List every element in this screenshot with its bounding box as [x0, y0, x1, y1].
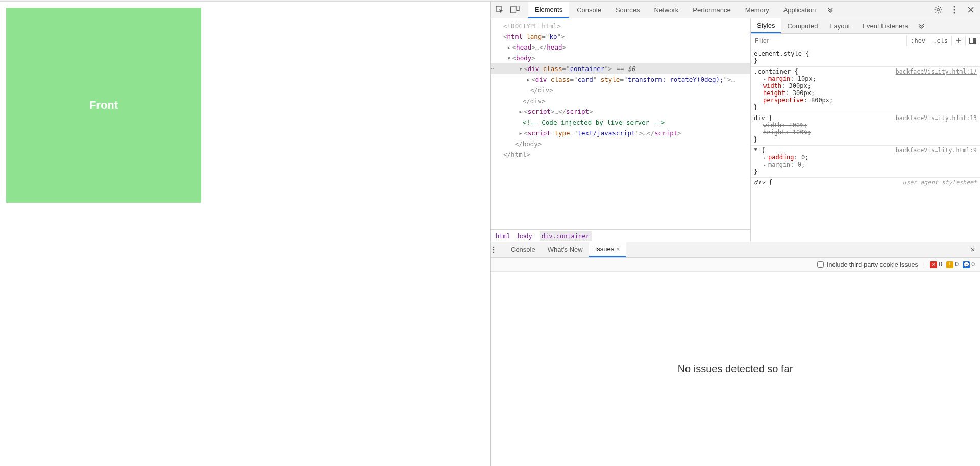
warning-count: ! 0	[946, 261, 959, 268]
svg-point-19	[493, 251, 495, 253]
tab-application[interactable]: Application	[777, 2, 823, 18]
svg-rect-16	[973, 38, 976, 43]
crumb-html[interactable]: html	[496, 232, 510, 240]
rule-source-link[interactable]: backfaceVis…ity.html:17	[896, 68, 977, 75]
devtools-tabbar: Elements Console Sources Network Perform…	[491, 2, 980, 18]
dom-tree[interactable]: <!DOCTYPE html> <html lang="ko"> ▸<head>…	[491, 18, 750, 229]
devtools-drawer: Console What's New Issues× × Include thi…	[491, 242, 980, 466]
error-count: ✕ 0	[930, 261, 942, 268]
kebab-menu-icon[interactable]	[947, 3, 962, 17]
settings-icon[interactable]	[931, 3, 945, 17]
card-container: Front	[6, 8, 201, 203]
svg-point-14	[954, 12, 955, 14]
third-party-label: Include third-party cookie issues	[827, 261, 918, 268]
issues-empty-state: No issues detected so far	[491, 272, 980, 466]
tab-network[interactable]: Network	[648, 2, 685, 18]
issues-toolbar: Include third-party cookie issues | ✕ 0 …	[491, 258, 980, 272]
ua-label: user agent stylesheet	[903, 179, 977, 186]
svg-line-9	[940, 12, 941, 13]
selected-node[interactable]: ▾<div class="container"> == $0	[491, 63, 750, 74]
styles-tab-eventlisteners[interactable]: Event Listeners	[856, 19, 914, 33]
drawer-tab-whatsnew[interactable]: What's New	[542, 243, 589, 257]
issue-counts: ✕ 0 ! 0 💬 0	[930, 261, 975, 268]
new-style-rule-icon[interactable]	[951, 36, 965, 46]
drawer-close-icon[interactable]: ×	[966, 245, 980, 254]
styles-filter-bar: :hov .cls	[751, 34, 980, 48]
rule-ua-div[interactable]: user agent stylesheet div {	[751, 178, 980, 188]
svg-point-13	[954, 9, 955, 11]
device-toolbar-icon[interactable]	[508, 3, 522, 17]
breadcrumb: html body div.container	[491, 229, 750, 242]
svg-point-18	[493, 249, 495, 250]
tab-sources[interactable]: Sources	[609, 2, 647, 18]
drawer-menu-icon[interactable]	[493, 246, 505, 253]
message-count: 💬 0	[963, 261, 975, 268]
styles-tab-computed[interactable]: Computed	[781, 19, 824, 33]
include-third-party-checkbox[interactable]: Include third-party cookie issues	[817, 261, 918, 268]
styles-tab-styles[interactable]: Styles	[751, 18, 781, 33]
drawer-tab-console[interactable]: Console	[505, 243, 542, 257]
card-front[interactable]: Front	[6, 8, 201, 203]
styles-filter-input[interactable]	[751, 35, 906, 46]
page-viewport: Front	[0, 2, 490, 466]
drawer-tabbar: Console What's New Issues× ×	[491, 242, 980, 258]
tab-memory[interactable]: Memory	[739, 2, 776, 18]
svg-line-8	[936, 7, 937, 8]
rule-div[interactable]: backfaceVis…ity.html:13 div { width: 100…	[751, 113, 980, 146]
cls-button[interactable]: .cls	[929, 35, 951, 46]
styles-more-icon[interactable]	[914, 20, 928, 32]
elements-panel: <!DOCTYPE html> <html lang="ko"> ▸<head>…	[491, 18, 751, 242]
svg-line-11	[940, 7, 941, 8]
svg-rect-2	[517, 6, 519, 11]
tab-elements[interactable]: Elements	[528, 2, 569, 18]
crumb-body[interactable]: body	[518, 232, 532, 240]
third-party-checkbox-input[interactable]	[817, 261, 824, 268]
tab-console[interactable]: Console	[570, 2, 608, 18]
rule-source-link[interactable]: backfaceVis…lity.html:9	[896, 147, 977, 154]
doctype-node: <!DOCTYPE html>	[503, 22, 561, 30]
element-style-rule[interactable]: element.style {}	[751, 49, 980, 67]
close-devtools-icon[interactable]	[964, 3, 978, 17]
styles-rules[interactable]: element.style {} backfaceVis…ity.html:17…	[751, 48, 980, 242]
rule-source-link[interactable]: backfaceVis…ity.html:13	[896, 114, 977, 122]
inspect-icon[interactable]	[493, 3, 507, 17]
tab-performance[interactable]: Performance	[686, 2, 737, 18]
close-tab-icon[interactable]: ×	[616, 245, 620, 253]
styles-tab-layout[interactable]: Layout	[824, 19, 856, 33]
styles-tabbar: Styles Computed Layout Event Listeners	[751, 18, 980, 34]
rule-star[interactable]: backfaceVis…lity.html:9 * { ▸padding: 0;…	[751, 146, 980, 178]
main-layout: Front Elements Console Sources Network P…	[0, 2, 980, 466]
hov-button[interactable]: :hov	[906, 35, 929, 46]
toggle-computed-icon[interactable]	[965, 36, 980, 46]
rule-container[interactable]: backfaceVis…ity.html:17 .container { ▸ma…	[751, 67, 980, 113]
styles-panel: Styles Computed Layout Event Listeners :…	[751, 18, 980, 242]
no-issues-text: No issues detected so far	[678, 363, 793, 375]
devtools-panel: Elements Console Sources Network Perform…	[490, 2, 980, 466]
card-text: Front	[89, 99, 118, 112]
crumb-container[interactable]: div.container	[540, 231, 592, 241]
devtools-upper-split: <!DOCTYPE html> <html lang="ko"> ▸<head>…	[491, 18, 980, 242]
svg-point-3	[937, 9, 940, 11]
svg-point-12	[954, 6, 955, 8]
svg-rect-1	[511, 7, 516, 13]
more-tabs-icon[interactable]	[823, 3, 838, 17]
drawer-tab-issues[interactable]: Issues×	[589, 242, 626, 257]
svg-line-10	[936, 12, 937, 13]
svg-point-17	[493, 246, 495, 248]
